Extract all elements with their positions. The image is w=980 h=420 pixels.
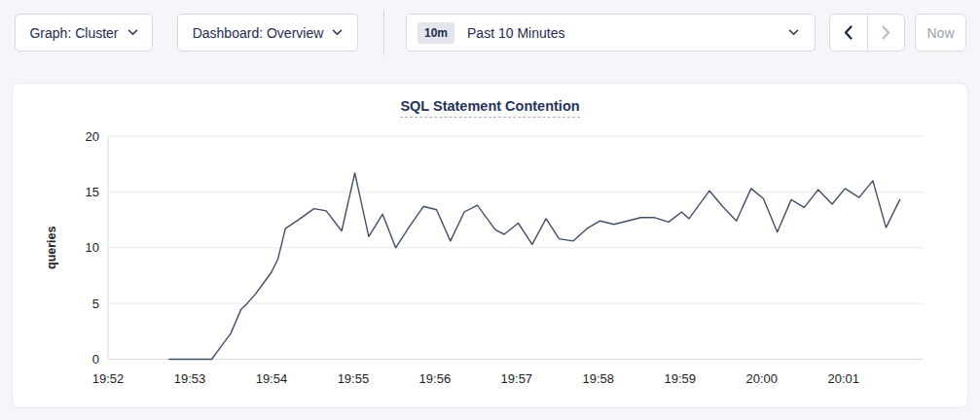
graph-dropdown[interactable]: Graph: Cluster — [15, 14, 153, 52]
time-range-dropdown[interactable]: 10m Past 10 Minutes — [406, 14, 816, 52]
x-tick-label: 19:59 — [665, 371, 697, 386]
toolbar-divider — [383, 10, 384, 55]
x-tick-label: 19:58 — [583, 371, 615, 386]
time-nav-group — [829, 14, 905, 52]
dashboard-dropdown-label: Dashboard: Overview — [193, 25, 324, 41]
x-tick-label: 19:55 — [338, 371, 370, 386]
chart-title-row: SQL Statement Contention — [13, 97, 967, 118]
x-tick-label: 19:57 — [501, 371, 533, 386]
y-tick-label: 10 — [86, 240, 99, 255]
x-tick-label: 19:54 — [256, 371, 288, 386]
time-range-badge: 10m — [417, 22, 454, 44]
graph-dropdown-label: Graph: Cluster — [29, 25, 118, 41]
chevron-down-icon — [788, 29, 799, 36]
x-tick-label: 20:01 — [827, 371, 859, 386]
y-tick-label: 20 — [86, 129, 99, 144]
y-axis-label: queries — [45, 226, 58, 269]
chevron-left-icon — [844, 25, 853, 40]
series-line — [169, 173, 900, 360]
chart-card: SQL Statement Contention 0510152019:5219… — [12, 83, 968, 408]
x-tick-label: 20:00 — [745, 371, 778, 386]
chevron-down-icon — [127, 29, 138, 36]
time-range-label: Past 10 Minutes — [467, 25, 564, 41]
dashboard-dropdown[interactable]: Dashboard: Overview — [177, 14, 358, 52]
y-tick-label: 5 — [92, 297, 99, 311]
x-tick-label: 19:53 — [174, 371, 206, 386]
now-button[interactable]: Now — [915, 14, 966, 52]
x-tick-label: 19:56 — [419, 371, 452, 386]
chevron-down-icon — [332, 29, 343, 36]
chart-title[interactable]: SQL Statement Contention — [400, 98, 579, 118]
prev-interval-button[interactable] — [830, 15, 867, 51]
y-tick-label: 0 — [92, 352, 99, 367]
sql-contention-chart[interactable]: 0510152019:5219:5319:5419:5519:5619:5719… — [13, 84, 969, 409]
chevron-right-icon — [881, 25, 890, 40]
next-interval-button[interactable] — [867, 15, 905, 51]
y-tick-label: 15 — [86, 185, 99, 199]
x-tick-label: 19:52 — [92, 371, 125, 386]
